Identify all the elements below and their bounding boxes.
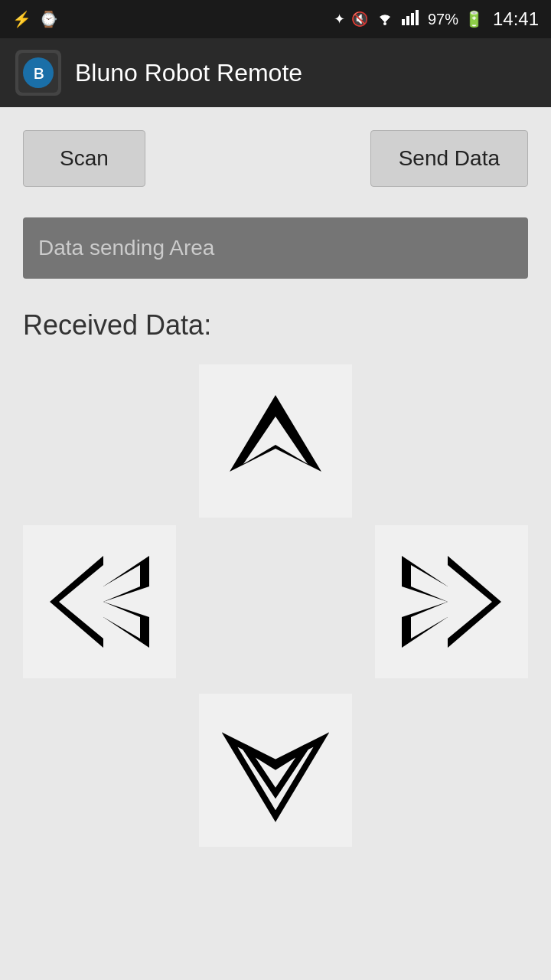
dpad-right-button[interactable] bbox=[375, 525, 528, 678]
bluetooth-icon: ✦ bbox=[334, 11, 345, 28]
scan-button[interactable]: Scan bbox=[23, 130, 145, 187]
signal-icon bbox=[402, 8, 422, 30]
wifi-icon bbox=[374, 8, 396, 30]
dpad-middle-row bbox=[23, 525, 528, 678]
svg-marker-14 bbox=[230, 740, 321, 816]
app-bar: ʙ Bluno Robot Remote bbox=[0, 38, 551, 107]
svg-point-0 bbox=[383, 22, 386, 25]
watch-icon: ⌚ bbox=[39, 10, 58, 28]
data-sending-placeholder: Data sending Area bbox=[38, 236, 214, 260]
dpad-center bbox=[199, 525, 352, 678]
mute-icon: 🔇 bbox=[351, 11, 368, 28]
clock: 14:41 bbox=[493, 8, 539, 30]
svg-rect-1 bbox=[402, 19, 405, 25]
usb-icon: ⚡ bbox=[12, 10, 31, 28]
main-content: Scan Send Data Data sending Area Receive… bbox=[0, 107, 551, 847]
status-left-icons: ⚡ ⌚ bbox=[12, 10, 58, 28]
battery-percent: 97% bbox=[428, 11, 458, 28]
svg-rect-4 bbox=[416, 10, 419, 25]
status-right-icons: ✦ 🔇 97% 🔋 14:41 bbox=[334, 8, 539, 30]
dpad-left-button[interactable] bbox=[23, 525, 176, 678]
svg-rect-3 bbox=[411, 13, 414, 25]
data-sending-area[interactable]: Data sending Area bbox=[23, 217, 528, 279]
svg-marker-11 bbox=[59, 565, 140, 639]
status-bar: ⚡ ⌚ ✦ 🔇 97% 🔋 14:41 bbox=[0, 0, 551, 38]
received-data-label: Received Data: bbox=[23, 309, 528, 341]
send-data-button[interactable]: Send Data bbox=[370, 130, 528, 187]
app-title: Bluno Robot Remote bbox=[75, 59, 302, 87]
svg-marker-13 bbox=[411, 565, 492, 639]
battery-icon: 🔋 bbox=[465, 10, 484, 28]
dpad-up-button[interactable] bbox=[199, 364, 352, 518]
dpad-container bbox=[23, 364, 528, 847]
buttons-row: Scan Send Data bbox=[23, 130, 528, 187]
svg-rect-2 bbox=[406, 16, 409, 25]
svg-text:ʙ: ʙ bbox=[33, 60, 44, 83]
app-icon: ʙ bbox=[15, 50, 61, 96]
dpad-down-button[interactable] bbox=[199, 694, 352, 847]
